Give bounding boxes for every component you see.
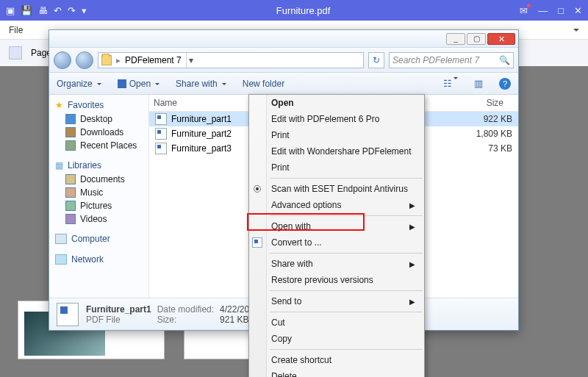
maximize-icon[interactable]: □ [558,5,564,16]
pdfelement-icon [252,237,262,248]
col-size[interactable]: Size [448,98,508,108]
ctx-delete[interactable]: Delete [249,368,424,377]
folder-icon [101,55,112,65]
minimize-icon[interactable]: — [538,5,548,16]
document-title: Furniture.pdf [87,5,520,16]
more-icon[interactable]: ▾ [82,5,87,16]
ctx-open-with[interactable]: Open with▶ [249,218,424,234]
context-menu: Open Edit with PDFelement 6 Pro Print Ed… [248,94,425,377]
address-bar[interactable]: ▸ PDFelement 7 ▾ [98,52,364,68]
view-options-button[interactable]: ☷ [443,78,458,89]
nav-forward-button[interactable] [76,51,93,69]
recent-icon [65,140,76,151]
print-icon[interactable]: 🖶 [38,5,48,16]
explorer-nav: ▸ PDFelement 7 ▾ ↻ Search PDFelement 7 🔍 [49,48,518,73]
ctx-print[interactable]: Print [249,127,424,143]
undo-icon[interactable]: ↶ [54,5,62,16]
ctx-edit-wondershare[interactable]: Edit with Wondershare PDFelement [249,143,424,159]
search-icon[interactable]: 🔍 [499,55,510,65]
pdf-file-icon [155,143,167,154]
pdf-file-icon [57,303,79,326]
desktop-icon [65,114,76,124]
music-icon [65,187,76,198]
refresh-button[interactable]: ↻ [368,52,384,68]
ctx-send-to[interactable]: Send to▶ [249,293,424,309]
sidebar-network[interactable]: Network [49,252,148,267]
redo-icon[interactable]: ↷ [68,5,76,16]
network-icon [55,254,67,265]
sidebar-libraries[interactable]: ▦Libraries [49,158,148,173]
preview-pane-button[interactable]: ▥ [474,78,483,89]
organize-menu[interactable]: Organize [57,79,101,89]
ctx-print[interactable]: Print [249,159,424,176]
details-filetype: PDF File [86,315,151,325]
ctx-advanced-options[interactable]: Advanced options▶ [249,197,424,213]
share-menu[interactable]: Share with [176,79,226,89]
computer-icon [55,234,67,244]
submenu-arrow-icon: ▶ [409,298,415,306]
sidebar-favorites[interactable]: ★Favorites [49,98,148,112]
menu-file[interactable]: File [9,25,23,35]
sidebar-item-desktop[interactable]: Desktop [49,112,148,126]
videos-icon [65,214,76,224]
help-button[interactable]: ? [499,78,511,90]
sidebar-item-documents[interactable]: Documents [49,173,148,186]
mail-icon[interactable]: ✉ [520,5,528,16]
sidebar-item-videos[interactable]: Videos [49,212,148,226]
ctx-share-with[interactable]: Share with▶ [249,256,424,272]
new-folder-button[interactable]: New folder [243,79,284,89]
details-date-label: Date modified: [157,304,214,315]
ctx-open[interactable]: Open [249,95,424,111]
sidebar-item-recent[interactable]: Recent Places [49,139,148,152]
close-icon[interactable]: ✕ [574,5,582,16]
window-minimize-button[interactable]: _ [446,33,465,45]
nav-back-button[interactable] [54,51,71,69]
save-icon[interactable]: 💾 [21,5,32,16]
radio-icon [254,185,261,193]
pdfe-titlebar: ▣ 💾 🖶 ↶ ↷ ▾ Furniture.pdf ✉ — □ ✕ [0,0,588,21]
sidebar-item-downloads[interactable]: Downloads [49,126,148,139]
submenu-arrow-icon: ▶ [409,260,415,268]
sidebar-item-pictures[interactable]: Pictures [49,199,148,212]
ctx-copy[interactable]: Copy [249,331,424,347]
open-menu[interactable]: Open [118,79,159,89]
explorer-command-bar: Organize Open Share with New folder ☷ ▥ … [49,73,518,95]
explorer-sidebar: ★Favorites Desktop Downloads Recent Plac… [49,95,149,298]
star-icon: ★ [55,100,63,110]
pictures-icon [65,201,76,211]
ctx-restore-previous[interactable]: Restore previous versions [249,272,424,288]
submenu-arrow-icon: ▶ [409,201,415,209]
window-close-button[interactable]: ✕ [487,33,515,45]
details-size-label: Size: [157,315,214,325]
pages-icon[interactable] [9,46,22,60]
address-dropdown-icon[interactable]: ▾ [186,53,196,68]
ctx-create-shortcut[interactable]: Create shortcut [249,352,424,368]
details-filename: Furniture_part1 [86,304,151,315]
sidebar-item-music[interactable]: Music [49,186,148,199]
ctx-convert-to[interactable]: Convert to ... [249,234,424,251]
pdf-file-icon [155,113,167,125]
open-doc-icon [118,79,126,88]
explorer-titlebar: _ ▢ ✕ [49,30,518,48]
search-input[interactable]: Search PDFelement 7 🔍 [389,52,514,68]
libraries-icon: ▦ [55,160,63,170]
ctx-scan-eset[interactable]: Scan with ESET Endpoint Antivirus [249,181,424,197]
search-placeholder: Search PDFelement 7 [392,55,479,65]
window-maximize-button[interactable]: ▢ [467,33,486,45]
file-size: 1,809 KB [458,129,518,139]
file-size: 922 KB [458,114,518,124]
submenu-arrow-icon: ▶ [409,223,415,231]
pdf-file-icon [155,128,167,140]
app-logo-icon: ▣ [6,5,15,16]
documents-icon [65,174,76,184]
file-size: 73 KB [458,143,518,154]
breadcrumb-folder[interactable]: PDFelement 7 [125,55,182,65]
sidebar-computer[interactable]: Computer [49,231,148,246]
downloads-icon [65,127,76,137]
ctx-cut[interactable]: Cut [249,315,424,331]
ctx-edit-pdfe6[interactable]: Edit with PDFelement 6 Pro [249,111,424,127]
breadcrumb-sep-icon: ▸ [116,55,121,65]
menu-expand-icon[interactable] [573,25,579,35]
